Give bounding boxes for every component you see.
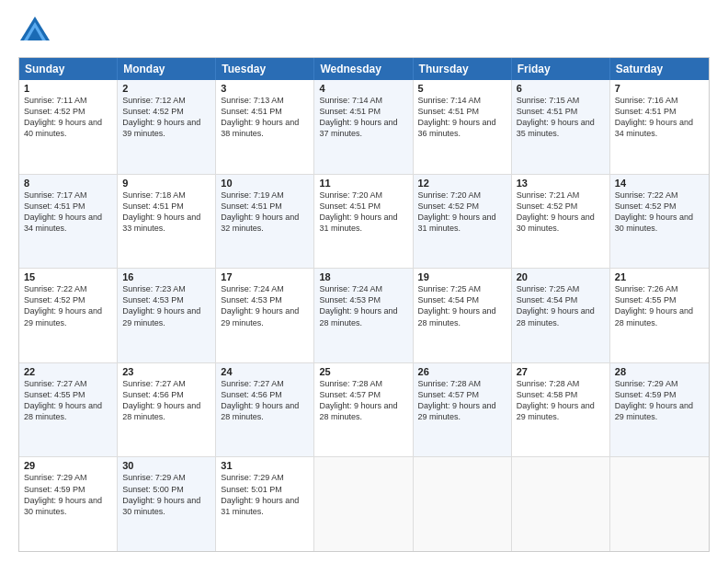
cell-info: Sunrise: 7:27 AMSunset: 4:55 PMDaylight:… <box>24 378 112 423</box>
day-cell-16: 16Sunrise: 7:23 AMSunset: 4:53 PMDayligh… <box>118 269 216 362</box>
day-cell-26: 26Sunrise: 7:28 AMSunset: 4:57 PMDayligh… <box>414 363 512 457</box>
cell-info: Sunrise: 7:13 AMSunset: 4:51 PMDaylight:… <box>221 95 309 140</box>
cell-info: Sunrise: 7:25 AMSunset: 4:54 PMDaylight:… <box>517 283 605 328</box>
calendar-body: 1Sunrise: 7:11 AMSunset: 4:52 PMDaylight… <box>19 80 709 551</box>
cell-info: Sunrise: 7:20 AMSunset: 4:51 PMDaylight:… <box>319 190 407 235</box>
day-number: 17 <box>221 271 309 282</box>
cell-info: Sunrise: 7:18 AMSunset: 4:51 PMDaylight:… <box>122 190 210 235</box>
day-number: 9 <box>122 178 210 189</box>
cell-info: Sunrise: 7:24 AMSunset: 4:53 PMDaylight:… <box>319 283 407 328</box>
empty-cell <box>314 457 413 551</box>
day-cell-9: 9Sunrise: 7:18 AMSunset: 4:51 PMDaylight… <box>118 175 216 269</box>
day-number: 30 <box>122 460 210 471</box>
day-cell-23: 23Sunrise: 7:27 AMSunset: 4:56 PMDayligh… <box>118 363 216 457</box>
day-cell-21: 21Sunrise: 7:26 AMSunset: 4:55 PMDayligh… <box>610 269 709 362</box>
day-number: 14 <box>615 178 704 189</box>
day-number: 10 <box>221 178 309 189</box>
cell-info: Sunrise: 7:19 AMSunset: 4:51 PMDaylight:… <box>221 190 309 235</box>
calendar-header: SundayMondayTuesdayWednesdayThursdayFrid… <box>19 58 709 80</box>
day-number: 27 <box>517 366 605 377</box>
day-cell-17: 17Sunrise: 7:24 AMSunset: 4:53 PMDayligh… <box>216 269 314 362</box>
day-number: 25 <box>319 366 407 377</box>
cell-info: Sunrise: 7:23 AMSunset: 4:53 PMDaylight:… <box>122 283 210 328</box>
empty-cell <box>610 457 709 551</box>
day-cell-19: 19Sunrise: 7:25 AMSunset: 4:54 PMDayligh… <box>414 269 512 362</box>
cell-info: Sunrise: 7:29 AMSunset: 4:59 PMDaylight:… <box>24 472 112 517</box>
empty-cell <box>512 457 610 551</box>
page: SundayMondayTuesdayWednesdayThursdayFrid… <box>0 0 728 563</box>
day-number: 19 <box>418 271 506 282</box>
cell-info: Sunrise: 7:20 AMSunset: 4:52 PMDaylight:… <box>418 190 506 235</box>
day-number: 23 <box>122 366 210 377</box>
week-row-5: 29Sunrise: 7:29 AMSunset: 4:59 PMDayligh… <box>19 457 709 551</box>
day-number: 1 <box>24 83 112 94</box>
day-cell-24: 24Sunrise: 7:27 AMSunset: 4:56 PMDayligh… <box>216 363 314 457</box>
day-cell-22: 22Sunrise: 7:27 AMSunset: 4:55 PMDayligh… <box>19 363 118 457</box>
cell-info: Sunrise: 7:28 AMSunset: 4:57 PMDaylight:… <box>319 378 407 423</box>
cell-info: Sunrise: 7:27 AMSunset: 4:56 PMDaylight:… <box>221 378 309 423</box>
day-cell-31: 31Sunrise: 7:29 AMSunset: 5:01 PMDayligh… <box>216 457 314 551</box>
day-cell-4: 4Sunrise: 7:14 AMSunset: 4:51 PMDaylight… <box>314 80 413 174</box>
day-cell-20: 20Sunrise: 7:25 AMSunset: 4:54 PMDayligh… <box>512 269 610 362</box>
logo-icon <box>18 15 51 48</box>
day-number: 4 <box>319 83 407 94</box>
day-number: 21 <box>615 271 704 282</box>
day-number: 12 <box>418 178 506 189</box>
cell-info: Sunrise: 7:29 AMSunset: 5:01 PMDaylight:… <box>221 472 309 517</box>
day-cell-6: 6Sunrise: 7:15 AMSunset: 4:51 PMDaylight… <box>512 80 610 174</box>
cell-info: Sunrise: 7:14 AMSunset: 4:51 PMDaylight:… <box>418 95 506 140</box>
day-cell-12: 12Sunrise: 7:20 AMSunset: 4:52 PMDayligh… <box>414 175 512 269</box>
day-cell-8: 8Sunrise: 7:17 AMSunset: 4:51 PMDaylight… <box>19 175 118 269</box>
day-number: 7 <box>615 83 704 94</box>
day-number: 26 <box>418 366 506 377</box>
day-number: 24 <box>221 366 309 377</box>
cell-info: Sunrise: 7:14 AMSunset: 4:51 PMDaylight:… <box>319 95 407 140</box>
cell-info: Sunrise: 7:15 AMSunset: 4:51 PMDaylight:… <box>517 95 605 140</box>
day-number: 22 <box>24 366 112 377</box>
header-cell-thursday: Thursday <box>414 58 512 80</box>
day-number: 8 <box>24 178 112 189</box>
cell-info: Sunrise: 7:21 AMSunset: 4:52 PMDaylight:… <box>517 190 605 235</box>
week-row-1: 1Sunrise: 7:11 AMSunset: 4:52 PMDaylight… <box>19 80 709 175</box>
day-number: 13 <box>517 178 605 189</box>
cell-info: Sunrise: 7:22 AMSunset: 4:52 PMDaylight:… <box>615 190 704 235</box>
calendar: SundayMondayTuesdayWednesdayThursdayFrid… <box>18 57 710 552</box>
header-cell-wednesday: Wednesday <box>314 58 413 80</box>
cell-info: Sunrise: 7:16 AMSunset: 4:51 PMDaylight:… <box>615 95 704 140</box>
day-number: 11 <box>319 178 407 189</box>
day-cell-14: 14Sunrise: 7:22 AMSunset: 4:52 PMDayligh… <box>610 175 709 269</box>
empty-cell <box>414 457 512 551</box>
day-cell-25: 25Sunrise: 7:28 AMSunset: 4:57 PMDayligh… <box>314 363 413 457</box>
cell-info: Sunrise: 7:28 AMSunset: 4:57 PMDaylight:… <box>418 378 506 423</box>
cell-info: Sunrise: 7:24 AMSunset: 4:53 PMDaylight:… <box>221 283 309 328</box>
day-number: 5 <box>418 83 506 94</box>
day-cell-15: 15Sunrise: 7:22 AMSunset: 4:52 PMDayligh… <box>19 269 118 362</box>
cell-info: Sunrise: 7:17 AMSunset: 4:51 PMDaylight:… <box>24 190 112 235</box>
day-cell-5: 5Sunrise: 7:14 AMSunset: 4:51 PMDaylight… <box>414 80 512 174</box>
cell-info: Sunrise: 7:29 AMSunset: 5:00 PMDaylight:… <box>122 472 210 517</box>
header-cell-tuesday: Tuesday <box>216 58 314 80</box>
cell-info: Sunrise: 7:27 AMSunset: 4:56 PMDaylight:… <box>122 378 210 423</box>
day-cell-7: 7Sunrise: 7:16 AMSunset: 4:51 PMDaylight… <box>610 80 709 174</box>
week-row-4: 22Sunrise: 7:27 AMSunset: 4:55 PMDayligh… <box>19 363 709 458</box>
day-cell-10: 10Sunrise: 7:19 AMSunset: 4:51 PMDayligh… <box>216 175 314 269</box>
day-cell-27: 27Sunrise: 7:28 AMSunset: 4:58 PMDayligh… <box>512 363 610 457</box>
cell-info: Sunrise: 7:12 AMSunset: 4:52 PMDaylight:… <box>122 95 210 140</box>
day-cell-13: 13Sunrise: 7:21 AMSunset: 4:52 PMDayligh… <box>512 175 610 269</box>
day-cell-2: 2Sunrise: 7:12 AMSunset: 4:52 PMDaylight… <box>118 80 216 174</box>
day-number: 18 <box>319 271 407 282</box>
cell-info: Sunrise: 7:29 AMSunset: 4:59 PMDaylight:… <box>615 378 704 423</box>
day-number: 29 <box>24 460 112 471</box>
cell-info: Sunrise: 7:25 AMSunset: 4:54 PMDaylight:… <box>418 283 506 328</box>
week-row-2: 8Sunrise: 7:17 AMSunset: 4:51 PMDaylight… <box>19 175 709 270</box>
header-cell-monday: Monday <box>118 58 216 80</box>
logo <box>18 15 57 48</box>
header-cell-saturday: Saturday <box>610 58 709 80</box>
header <box>18 15 710 48</box>
day-number: 2 <box>122 83 210 94</box>
day-number: 16 <box>122 271 210 282</box>
day-number: 28 <box>615 366 704 377</box>
header-cell-friday: Friday <box>512 58 610 80</box>
day-cell-1: 1Sunrise: 7:11 AMSunset: 4:52 PMDaylight… <box>19 80 118 174</box>
header-cell-sunday: Sunday <box>19 58 118 80</box>
